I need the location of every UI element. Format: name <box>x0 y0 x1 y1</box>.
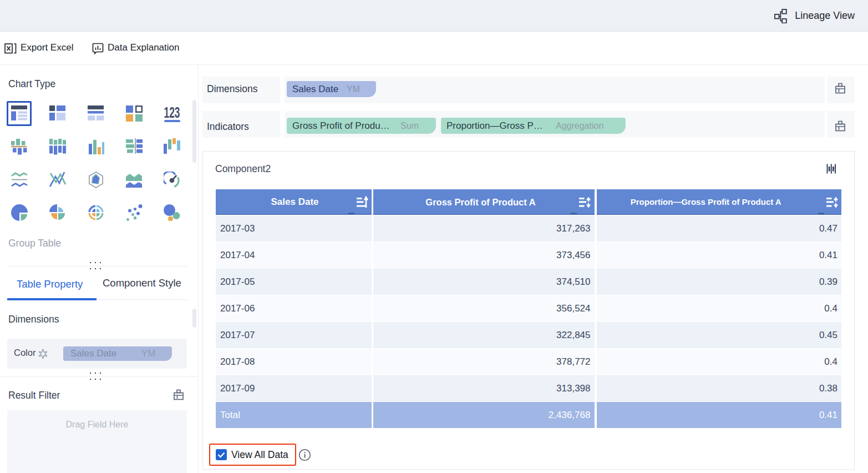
svg-text:123: 123 <box>164 105 180 121</box>
